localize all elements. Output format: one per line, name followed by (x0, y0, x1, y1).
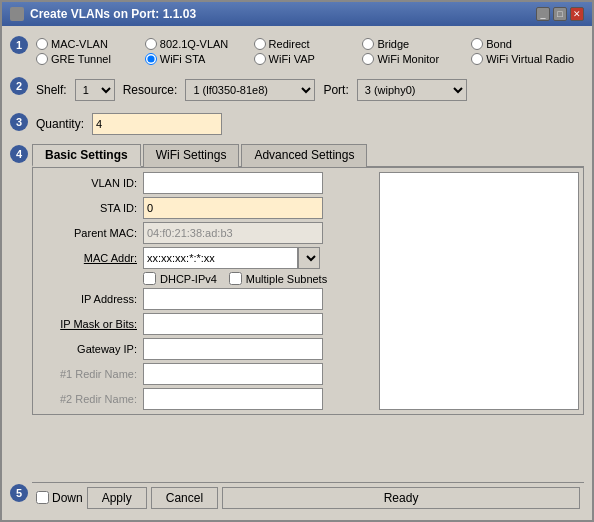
sta-id-label: STA ID: (37, 202, 137, 214)
ip-mask-label: IP Mask or Bits: (37, 318, 137, 330)
type-radio-group: MAC-VLAN 802.1Q-VLAN Redirect Bridge (32, 34, 584, 69)
dhcp-ipv4-label: DHCP-IPv4 (160, 273, 217, 285)
redir1-row: #1 Redir Name: (37, 363, 375, 385)
radio-mac-vlan[interactable]: MAC-VLAN (36, 38, 145, 50)
mac-addr-dropdown[interactable]: ▼ (298, 247, 320, 269)
radio-wifi-monitor-label: WiFi Monitor (377, 53, 439, 65)
step4-number: 4 (10, 145, 28, 163)
quantity-label: Quantity: (36, 117, 84, 131)
mac-addr-row: MAC Addr: ▼ (37, 247, 375, 269)
radio-8021q-label: 802.1Q-VLAN (160, 38, 228, 50)
radio-8021q[interactable]: 802.1Q-VLAN (145, 38, 254, 50)
step5-content: Down Apply Cancel Ready (32, 482, 584, 512)
shelf-resource-port-row: Shelf: 1 Resource: 1 (lf0350-81e8) Port:… (32, 75, 584, 105)
down-check-item[interactable]: Down (36, 491, 83, 505)
titlebar-left: Create VLANs on Port: 1.1.03 (10, 7, 196, 21)
ip-mask-row: IP Mask or Bits: (37, 313, 375, 335)
sta-id-row: STA ID: (37, 197, 375, 219)
redir2-row: #2 Redir Name: (37, 388, 375, 410)
status-text: Ready (384, 491, 419, 505)
parent-mac-input[interactable] (143, 222, 323, 244)
radio-wifi-vap-label: WiFi VAP (269, 53, 315, 65)
resource-select[interactable]: 1 (lf0350-81e8) (185, 79, 315, 101)
multiple-subnets-item[interactable]: Multiple Subnets (229, 272, 327, 285)
multiple-subnets-checkbox[interactable] (229, 272, 242, 285)
radio-gre-tunnel[interactable]: GRE Tunnel (36, 53, 145, 65)
down-checkbox[interactable] (36, 491, 49, 504)
parent-mac-row: Parent MAC: (37, 222, 375, 244)
step4-content: Basic Settings WiFi Settings Advanced Se… (32, 143, 584, 415)
shelf-label: Shelf: (36, 83, 67, 97)
multiple-subnets-label: Multiple Subnets (246, 273, 327, 285)
ip-address-input[interactable] (143, 288, 323, 310)
vlan-id-input[interactable] (143, 172, 323, 194)
status-bar: Ready (222, 487, 580, 509)
radio-bond-label: Bond (486, 38, 512, 50)
titlebar-buttons: _ □ ✕ (536, 7, 584, 21)
mac-addr-input[interactable] (143, 247, 298, 269)
apply-button[interactable]: Apply (87, 487, 147, 509)
redir1-input[interactable] (143, 363, 323, 385)
redir2-label: #2 Redir Name: (37, 393, 137, 405)
resource-label: Resource: (123, 83, 178, 97)
shelf-select[interactable]: 1 (75, 79, 115, 101)
step2-number: 2 (10, 77, 28, 95)
window: Create VLANs on Port: 1.1.03 _ □ ✕ 1 MAC… (0, 0, 594, 522)
vlan-id-label: VLAN ID: (37, 177, 137, 189)
radio-wifi-sta-label: WiFi STA (160, 53, 206, 65)
step5-row: 5 Down Apply Cancel Ready (10, 482, 584, 512)
radio-gre-label: GRE Tunnel (51, 53, 111, 65)
minimize-button[interactable]: _ (536, 7, 550, 21)
sta-id-input[interactable] (143, 197, 323, 219)
basic-form: VLAN ID: STA ID: Parent MAC: (37, 172, 375, 410)
radio-bond[interactable]: Bond (471, 38, 580, 50)
radio-redirect[interactable]: Redirect (254, 38, 363, 50)
redir2-input[interactable] (143, 388, 323, 410)
step1-number: 1 (10, 36, 28, 54)
step2-content: Shelf: 1 Resource: 1 (lf0350-81e8) Port:… (32, 75, 584, 105)
tab-bar: Basic Settings WiFi Settings Advanced Se… (32, 143, 584, 168)
ip-address-row: IP Address: (37, 288, 375, 310)
port-label: Port: (323, 83, 348, 97)
close-button[interactable]: ✕ (570, 7, 584, 21)
radio-bridge[interactable]: Bridge (362, 38, 471, 50)
main-content: 1 MAC-VLAN 802.1Q-VLAN Redirect (2, 26, 592, 520)
step5-number: 5 (10, 484, 28, 502)
parent-mac-label: Parent MAC: (37, 227, 137, 239)
radio-wifi-sta[interactable]: WiFi STA (145, 53, 254, 65)
step1-content: MAC-VLAN 802.1Q-VLAN Redirect Bridge (32, 34, 584, 69)
gateway-ip-label: Gateway IP: (37, 343, 137, 355)
right-panel (379, 172, 579, 410)
window-title: Create VLANs on Port: 1.1.03 (30, 7, 196, 21)
step1-row: 1 MAC-VLAN 802.1Q-VLAN Redirect (10, 34, 584, 69)
gateway-ip-input[interactable] (143, 338, 323, 360)
tab-wifi-settings[interactable]: WiFi Settings (143, 144, 240, 167)
radio-bridge-label: Bridge (377, 38, 409, 50)
quantity-input[interactable] (92, 113, 222, 135)
step4-row: 4 Basic Settings WiFi Settings Advanced … (10, 143, 584, 476)
radio-redirect-label: Redirect (269, 38, 310, 50)
mac-addr-label: MAC Addr: (37, 252, 137, 264)
radio-wifi-vap[interactable]: WiFi VAP (254, 53, 363, 65)
port-select[interactable]: 3 (wiphy0) (357, 79, 467, 101)
titlebar: Create VLANs on Port: 1.1.03 _ □ ✕ (2, 2, 592, 26)
step3-row: 3 Quantity: (10, 111, 584, 137)
step3-content: Quantity: (32, 111, 584, 137)
checkbox-row: DHCP-IPv4 Multiple Subnets (37, 272, 375, 285)
radio-wifi-monitor[interactable]: WiFi Monitor (362, 53, 471, 65)
tab-basic-settings[interactable]: Basic Settings (32, 144, 141, 167)
quantity-row: Quantity: (32, 111, 584, 137)
maximize-button[interactable]: □ (553, 7, 567, 21)
dhcp-ipv4-item[interactable]: DHCP-IPv4 (143, 272, 217, 285)
tab-advanced-settings[interactable]: Advanced Settings (241, 144, 367, 167)
cancel-button[interactable]: Cancel (151, 487, 218, 509)
down-label: Down (52, 491, 83, 505)
radio-wifi-virtual-radio[interactable]: WiFi Virtual Radio (471, 53, 580, 65)
ip-mask-input[interactable] (143, 313, 323, 335)
dhcp-ipv4-checkbox[interactable] (143, 272, 156, 285)
ip-address-label: IP Address: (37, 293, 137, 305)
tab-panel-basic: VLAN ID: STA ID: Parent MAC: (32, 168, 584, 415)
mac-addr-input-group: ▼ (143, 247, 320, 269)
redir1-label: #1 Redir Name: (37, 368, 137, 380)
step3-number: 3 (10, 113, 28, 131)
